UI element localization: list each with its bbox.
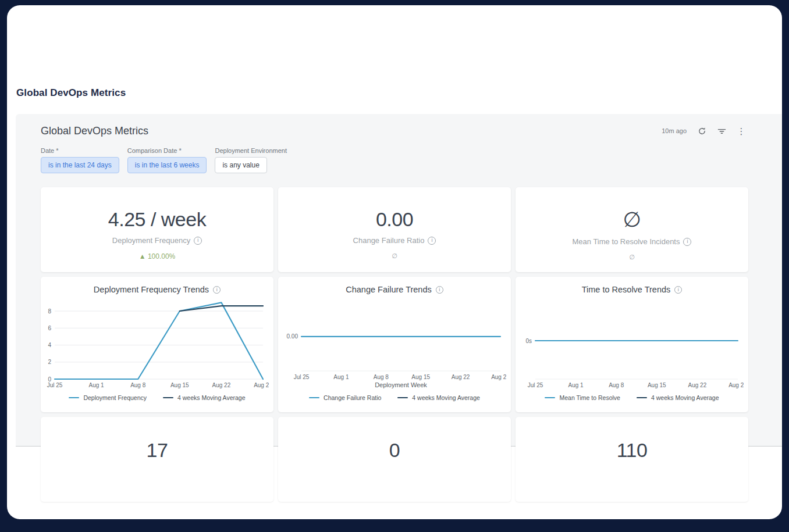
kpi-tile-change-failure-ratio: 0.00 Change Failure Ratio i ∅	[278, 187, 511, 272]
filter-label: Deployment Environment	[215, 147, 287, 154]
filter-icon[interactable]	[716, 125, 727, 137]
svg-text:Jul 25: Jul 25	[528, 382, 543, 388]
page-title: Global DevOps Metrics	[16, 87, 126, 99]
kpi-value: 0.00	[278, 209, 511, 229]
svg-text:Aug 22: Aug 22	[212, 382, 231, 388]
kpi-tile-partial-2: 0	[278, 417, 511, 502]
kpi-tile-deployment-frequency: 4.25 / week Deployment Frequency i ▲ 100…	[41, 187, 273, 272]
legend-label: 4 weeks Moving Average	[651, 394, 719, 401]
svg-text:Deployment Week: Deployment Week	[375, 381, 427, 388]
chart-legend: Deployment Frequency4 weeks Moving Avera…	[41, 394, 273, 401]
svg-text:Aug 22: Aug 22	[452, 374, 470, 380]
chart-legend: Change Failure Ratio4 weeks Moving Avera…	[278, 394, 511, 401]
chart-title-row: Time to Resolve Trends i	[516, 284, 748, 295]
legend-swatch	[163, 397, 173, 399]
kebab-menu-icon[interactable]: ⋮	[735, 125, 747, 137]
kpi-label: Change Failure Ratio	[353, 236, 425, 245]
kpi-delta: ∅	[278, 253, 511, 259]
filter-chip-deployment-environment[interactable]: is any value	[215, 157, 266, 173]
dashboard-title: Global DevOps Metrics	[41, 125, 148, 137]
svg-text:Aug 29: Aug 29	[254, 382, 269, 388]
chart-title-row: Change Failure Trends i	[278, 284, 511, 295]
kpi-delta: ∅	[516, 254, 748, 260]
kpi-tile-partial-1: 17	[41, 417, 273, 502]
svg-text:Aug 1: Aug 1	[89, 382, 105, 388]
svg-text:0s: 0s	[525, 338, 532, 344]
legend-label: 4 weeks Moving Average	[177, 394, 246, 401]
svg-text:Aug 15: Aug 15	[411, 374, 430, 380]
legend-item[interactable]: Mean Time to Resolve	[545, 394, 620, 401]
svg-text:0.00: 0.00	[287, 333, 298, 340]
last-refresh-time: 10m ago	[662, 127, 687, 134]
svg-text:Aug 8: Aug 8	[130, 382, 146, 388]
svg-text:Aug 15: Aug 15	[648, 382, 666, 388]
kpi-tile-mean-time-to-resolve: ∅ Mean Time to Resolve Incidents i ∅	[516, 187, 748, 272]
kpi-value: 0	[278, 440, 511, 460]
kpi-label: Mean Time to Resolve Incidents	[573, 237, 680, 246]
legend-label: Change Failure Ratio	[324, 394, 381, 401]
info-icon[interactable]: i	[213, 286, 221, 294]
info-icon[interactable]: i	[194, 237, 202, 245]
refresh-icon[interactable]	[696, 125, 708, 137]
legend-item[interactable]: 4 weeks Moving Average	[637, 394, 719, 401]
svg-text:Aug 8: Aug 8	[609, 382, 624, 388]
kpi-delta: ▲ 100.00%	[41, 253, 273, 260]
change-failure-trends-chart[interactable]: 0.00Jul 25Aug 1Aug 8Aug 15Aug 22Aug 29De…	[283, 297, 506, 392]
legend-item[interactable]: 4 weeks Moving Average	[163, 394, 246, 401]
kpi-value: 110	[516, 440, 748, 460]
dashboard-header: Global DevOps Metrics 10m ago	[16, 114, 782, 138]
svg-text:Aug 22: Aug 22	[688, 382, 707, 388]
svg-text:Aug 8: Aug 8	[374, 374, 389, 380]
info-icon[interactable]: i	[436, 286, 443, 294]
dashboard-header-actions: 10m ago ⋮	[662, 125, 747, 137]
info-icon[interactable]: i	[674, 286, 682, 294]
filter-label: Comparison Date *	[127, 147, 207, 154]
chart-title-row: Deployment Frequency Trends i	[41, 284, 273, 295]
chart-tile-deployment-frequency-trends: Deployment Frequency Trends i 02468Jul 2…	[41, 277, 273, 412]
chart-title: Deployment Frequency Trends	[94, 285, 209, 294]
chart-tile-change-failure-trends: Change Failure Trends i 0.00Jul 25Aug 1A…	[278, 277, 511, 412]
svg-text:Aug 29: Aug 29	[728, 382, 744, 388]
svg-text:4: 4	[48, 342, 51, 348]
info-icon[interactable]: i	[683, 238, 691, 246]
legend-label: Mean Time to Resolve	[559, 394, 620, 401]
kpi-label-row: Deployment Frequency i	[41, 236, 273, 245]
svg-text:2: 2	[48, 359, 51, 365]
legend-swatch	[637, 397, 647, 399]
kpi-label-row: Mean Time to Resolve Incidents i	[516, 237, 748, 246]
svg-text:Aug 15: Aug 15	[170, 382, 189, 388]
filter-date: Date * is in the last 24 days	[41, 147, 119, 173]
kpi-value: 4.25 / week	[41, 209, 273, 229]
dashboard-panel: Global DevOps Metrics 10m ago	[16, 114, 782, 447]
svg-text:6: 6	[48, 325, 51, 331]
kpi-value: ∅	[516, 209, 748, 230]
svg-text:Jul 25: Jul 25	[294, 374, 310, 380]
info-icon[interactable]: i	[428, 237, 436, 245]
legend-item[interactable]: 4 weeks Moving Average	[397, 394, 480, 401]
screenshot-canvas: Global DevOps Metrics Global DevOps Metr…	[0, 0, 789, 532]
time-to-resolve-trends-chart[interactable]: 0sJul 25Aug 1Aug 8Aug 15Aug 22Aug 29	[520, 297, 744, 392]
filter-chip-comparison-date[interactable]: is in the last 6 weeks	[127, 157, 207, 173]
svg-text:Aug 1: Aug 1	[568, 382, 584, 388]
filter-label: Date *	[41, 147, 119, 154]
filter-deployment-environment: Deployment Environment is any value	[215, 147, 287, 173]
deployment-frequency-trends-chart[interactable]: 02468Jul 25Aug 1Aug 8Aug 15Aug 22Aug 29	[45, 297, 269, 392]
kpi-label: Deployment Frequency	[112, 236, 190, 245]
chart-row: Deployment Frequency Trends i 02468Jul 2…	[41, 277, 782, 412]
legend-label: Deployment Frequency	[83, 394, 147, 401]
filter-chip-date[interactable]: is in the last 24 days	[41, 157, 119, 173]
legend-item[interactable]: Deployment Frequency	[69, 394, 147, 401]
legend-swatch	[397, 397, 408, 399]
legend-item[interactable]: Change Failure Ratio	[309, 394, 381, 401]
chart-tile-time-to-resolve-trends: Time to Resolve Trends i 0sJul 25Aug 1Au…	[516, 277, 748, 412]
chart-title: Change Failure Trends	[346, 285, 432, 294]
kpi-value: 17	[41, 440, 273, 460]
svg-text:Jul 25: Jul 25	[47, 382, 63, 388]
legend-label: 4 weeks Moving Average	[412, 394, 480, 401]
clipped-kpi-row: 17 0 110	[41, 417, 782, 502]
filter-bar: Date * is in the last 24 days Comparison…	[41, 147, 782, 173]
app-window: Global DevOps Metrics Global DevOps Metr…	[7, 5, 782, 519]
svg-text:Aug 1: Aug 1	[333, 374, 349, 380]
legend-swatch	[309, 397, 319, 399]
chart-title: Time to Resolve Trends	[582, 285, 671, 294]
